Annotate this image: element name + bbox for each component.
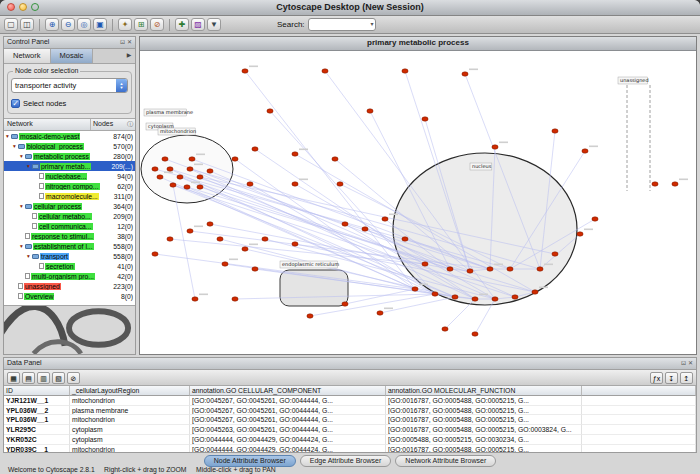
table-cell[interactable]: [GO:0044444, GO:0044429, GO:0044424, G..… — [190, 445, 386, 452]
table-cell[interactable]: [GO:0045267, GO:0045261, GO:0044444, G..… — [190, 406, 386, 416]
table-header-cell[interactable]: _cellularLayoutRegion — [70, 386, 190, 396]
overview-thumbnail[interactable] — [4, 305, 135, 354]
tree-row[interactable]: ▾cellular process364(0) — [4, 201, 135, 211]
table-cell[interactable]: [GO:0045267, GO:0045261, GO:0044444, G..… — [190, 415, 386, 425]
table-cell[interactable]: YPL036W__1 — [4, 415, 70, 425]
table-cell[interactable]: [GO:0045263, GO:0045261, GO:0044444, G..… — [190, 425, 386, 435]
network-canvas[interactable]: plasma membranecytoplasmmitochondrionnuc… — [140, 51, 696, 355]
table-cell[interactable]: cytoplasm — [70, 425, 190, 435]
snapshot-icon[interactable]: ✦ — [118, 18, 132, 31]
window-titlebar[interactable]: Cytoscape Desktop (New Session) — [0, 0, 700, 16]
delete-attribute-icon[interactable]: ▥ — [37, 372, 50, 384]
table-cell[interactable]: [GO:0005488, GO:0005215, GO:0030234, G..… — [386, 435, 582, 445]
tree-row[interactable]: ▾transport558(0) — [4, 251, 135, 261]
table-header-cell[interactable]: annotation.GO CELLULAR_COMPONENT — [190, 386, 386, 396]
table-cell[interactable]: YLR295C — [4, 425, 70, 435]
save-icon[interactable]: ◫ — [20, 18, 34, 31]
zoom-out-icon[interactable]: ⊖ — [61, 18, 75, 31]
tree-options-icon[interactable]: ⓘ — [125, 119, 135, 130]
checkbox-check-icon[interactable]: ✓ — [11, 99, 20, 108]
formula-builder-icon[interactable]: ƒx — [650, 372, 663, 384]
float-panel-icon[interactable]: ⊡ — [681, 358, 686, 369]
expand-arrow-icon[interactable]: ▾ — [25, 163, 32, 169]
tree-column-nodes[interactable]: Nodes — [91, 119, 125, 130]
zoom-fit-icon[interactable]: ▣ — [93, 18, 107, 31]
table-cell[interactable]: plasma membrane — [70, 406, 190, 416]
tree-column-network[interactable]: Network — [4, 119, 91, 130]
table-cell[interactable]: [GO:0045267, GO:0045261, GO:0044444, G..… — [190, 396, 386, 406]
trash-icon[interactable]: ⊘ — [67, 372, 80, 384]
dropdown-arrows-icon[interactable]: ▲▼ — [116, 79, 127, 92]
new-document-icon[interactable]: ▢ — [4, 18, 18, 31]
close-panel-icon[interactable]: ✕ — [127, 37, 132, 48]
table-cell[interactable]: [GO:0016787, GO:0005488, GO:0005215, G..… — [386, 445, 582, 452]
tree-row[interactable]: macromolecule...311(0) — [4, 191, 135, 201]
table-cell[interactable] — [582, 435, 696, 445]
tree-row[interactable]: unassigned223(0) — [4, 281, 135, 291]
table-cell[interactable] — [582, 406, 696, 416]
tab-scroll-right-icon[interactable]: ▶ — [123, 49, 135, 63]
tree-row[interactable]: multi-organism pro...42(0) — [4, 271, 135, 281]
table-cell[interactable]: cytoplasm — [70, 435, 190, 445]
node-color-dropdown[interactable]: transporter activity ▲▼ — [11, 78, 128, 93]
tab-edge-attribute-browser[interactable]: Edge Attribute Browser — [300, 455, 392, 467]
expand-arrow-icon[interactable]: ▾ — [18, 203, 25, 209]
table-cell[interactable] — [582, 445, 696, 452]
chevron-down-icon[interactable]: ▾ — [371, 19, 374, 30]
table-cell[interactable]: [GO:0016787, GO:0005488, GO:0005215, G..… — [386, 406, 582, 416]
table-cell[interactable]: [GO:0016787, GO:0005488, GO:0005215, GO:… — [386, 425, 582, 435]
table-cell[interactable]: mitochondrion — [70, 445, 190, 452]
tab-network[interactable]: Network — [4, 49, 51, 63]
table-cell[interactable]: YKR052C — [4, 435, 70, 445]
tree-row[interactable]: cellular metabo...209(0) — [4, 211, 135, 221]
tree-row[interactable]: nucleobase...94(0) — [4, 171, 135, 181]
select-nodes-checkbox[interactable]: ✓ Select nodes — [11, 99, 128, 108]
tab-mosaic[interactable]: Mosaic — [51, 49, 94, 63]
annotation-add-icon[interactable]: ✚ — [175, 18, 189, 31]
hide-selected-icon[interactable]: ⊘ — [150, 18, 164, 31]
table-cell[interactable]: [GO:0016787, GO:0005488, GO:0005215, G..… — [386, 415, 582, 425]
tree-row[interactable]: Overview8(0) — [4, 291, 135, 301]
new-attribute-icon[interactable]: ▤ — [22, 372, 35, 384]
float-panel-icon[interactable]: ⊡ — [120, 37, 125, 48]
expand-arrow-icon[interactable]: ▾ — [25, 253, 32, 259]
tree-row[interactable]: secretion41(0) — [4, 261, 135, 271]
table-cell[interactable]: YDR039C__1 — [4, 445, 70, 452]
filter-icon[interactable]: ▼ — [207, 18, 221, 31]
table-cell[interactable]: YPL036W__2 — [4, 406, 70, 416]
expand-arrow-icon[interactable]: ▾ — [18, 243, 25, 249]
tree-row[interactable]: ▾establishment of l...558(0) — [4, 241, 135, 251]
table-cell[interactable]: YJR121W__1 — [4, 396, 70, 406]
tree-row[interactable]: ▾biological_process570(0) — [4, 141, 135, 151]
tree-row[interactable]: response to stimul...38(0) — [4, 231, 135, 241]
table-cell[interactable]: mitochondrion — [70, 396, 190, 406]
table-header-cell[interactable]: ID — [4, 386, 70, 396]
zoom-in-icon[interactable]: ⊕ — [45, 18, 59, 31]
tab-network-attribute-browser[interactable]: Network Attribute Browser — [395, 455, 496, 467]
match-attribute-icon[interactable]: ▧ — [52, 372, 65, 384]
tree-row[interactable]: ▾metabolic process280(0) — [4, 151, 135, 161]
expand-arrow-icon[interactable]: ▾ — [18, 153, 25, 159]
import-attributes-icon[interactable]: ↧ — [665, 372, 678, 384]
expand-arrow-icon[interactable]: ▾ — [4, 133, 11, 139]
search-input[interactable]: ▾ — [308, 18, 376, 31]
table-cell[interactable]: [GO:0044444, GO:0044429, GO:0044424, G..… — [190, 435, 386, 445]
tree-row[interactable]: nitrogen compo...62(0) — [4, 181, 135, 191]
close-panel-icon[interactable]: ✕ — [688, 358, 693, 369]
table-cell[interactable] — [582, 425, 696, 435]
table-header-cell[interactable] — [582, 386, 696, 396]
network-view-title[interactable]: primary metabolic process — [140, 37, 696, 51]
table-cell[interactable] — [582, 396, 696, 406]
expand-arrow-icon[interactable]: ▾ — [11, 143, 18, 149]
table-cell[interactable]: mitochondrion — [70, 415, 190, 425]
select-attributes-icon[interactable]: ▦ — [7, 372, 20, 384]
export-attributes-icon[interactable]: ↥ — [680, 372, 693, 384]
network-from-selection-icon[interactable]: ⊞ — [134, 18, 148, 31]
tree-row[interactable]: cell communica...12(0) — [4, 221, 135, 231]
zoom-selected-icon[interactable]: ◎ — [77, 18, 91, 31]
table-cell[interactable]: [GO:0016787, GO:0005488, GO:0005215, G..… — [386, 396, 582, 406]
tree-row[interactable]: ▾primary metab...209(...) — [4, 161, 135, 171]
table-header-cell[interactable]: annotation.GO MOLECULAR_FUNCTION — [386, 386, 582, 396]
tree-row[interactable]: ▾mosaic-demo-yeast874(0) — [4, 131, 135, 141]
vizmapper-icon[interactable]: ▨ — [191, 18, 205, 31]
